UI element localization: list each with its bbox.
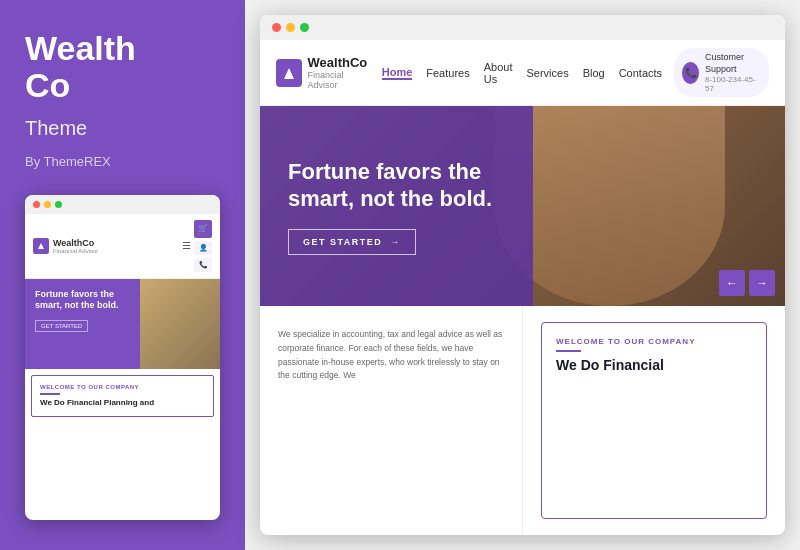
svg-marker-1	[284, 68, 294, 79]
arrow-right-icon: →	[390, 237, 401, 247]
theme-author: By ThemeREX	[25, 154, 220, 169]
big-logo-icon	[276, 59, 302, 87]
prev-arrow-button[interactable]: ←	[719, 270, 745, 296]
mini-logo-name: WealthCo	[53, 238, 98, 248]
nav-link-features[interactable]: Features	[426, 67, 469, 79]
bottom-right-box: WELCOME TO OUR COMPANY We Do Financial	[541, 322, 767, 519]
bottom-right-divider	[556, 350, 581, 352]
mini-dot-yellow	[44, 201, 51, 208]
next-arrow-button[interactable]: →	[749, 270, 775, 296]
big-hero: Fortune favors the smart, not the bold. …	[260, 106, 785, 306]
big-hero-btn-label: GET STARTED	[303, 237, 382, 247]
mini-browser-preview: WealthCo Financial Advisor ☰ 🛒 👤 📞 Fortu…	[25, 195, 220, 520]
big-nav-links: Home Features About Us Services Blog Con…	[382, 61, 662, 85]
big-logo-text-area: WealthCo Financial Advisor	[308, 55, 370, 90]
mini-logo-area: WealthCo Financial Advisor	[33, 238, 98, 254]
user-icon: 👤	[194, 241, 212, 255]
theme-subtitle: Theme	[25, 117, 220, 140]
big-nav: WealthCo Financial Advisor Home Features…	[260, 40, 785, 106]
left-panel: Wealth Co Theme By ThemeREX WealthCo Fin…	[0, 0, 245, 550]
theme-title: Wealth Co	[25, 30, 220, 105]
hamburger-icon: ☰	[182, 240, 191, 251]
big-bottom-right: WELCOME TO OUR COMPANY We Do Financial	[523, 306, 785, 535]
mini-dot-green	[55, 201, 62, 208]
right-panel: WealthCo Financial Advisor Home Features…	[245, 0, 800, 550]
mini-hero-overlay: Fortune favors the smart, not the bold. …	[25, 279, 140, 369]
big-logo-sub: Financial Advisor	[308, 70, 370, 90]
big-browser-bar	[260, 15, 785, 40]
big-hero-title: Fortune favors the smart, not the bold.	[288, 158, 505, 213]
bottom-right-heading: We Do Financial	[556, 356, 752, 374]
big-nav-support: 📞 Customer Support 8-100-234-45-57	[674, 48, 769, 97]
mini-logo-sub: Financial Advisor	[53, 248, 98, 254]
support-label: Customer Support	[705, 52, 761, 75]
big-hero-arrows: ← →	[719, 270, 775, 296]
big-bottom-section: We specialize in accounting, tax and leg…	[260, 306, 785, 535]
big-hero-cta-button[interactable]: GET STARTED →	[288, 229, 416, 255]
nav-link-about[interactable]: About Us	[484, 61, 513, 85]
mini-hero-bg-image	[140, 279, 220, 369]
mini-logo-icon	[33, 238, 49, 254]
big-logo-name: WealthCo	[308, 55, 370, 70]
mini-section-label: WELCOME TO OUR COMPANY	[40, 384, 205, 390]
phone-icon: 📞	[194, 258, 212, 272]
mini-dot-red	[33, 201, 40, 208]
mini-section-divider	[40, 393, 60, 395]
nav-link-contacts[interactable]: Contacts	[619, 67, 662, 79]
mini-logo-text-area: WealthCo Financial Advisor	[53, 238, 98, 254]
nav-link-services[interactable]: Services	[526, 67, 568, 79]
mini-hero-text: Fortune favors the smart, not the bold.	[35, 289, 130, 312]
mini-browser-bar	[25, 195, 220, 214]
svg-marker-0	[38, 243, 44, 249]
nav-link-blog[interactable]: Blog	[583, 67, 605, 79]
cart-icon: 🛒	[194, 220, 212, 238]
big-dot-red	[272, 23, 281, 32]
big-dot-green	[300, 23, 309, 32]
mini-section-title: We Do Financial Planning and	[40, 398, 205, 408]
phone-support-icon: 📞	[682, 62, 699, 84]
nav-link-home[interactable]: Home	[382, 66, 413, 80]
mini-icons-right: 🛒 👤 📞	[194, 220, 212, 272]
big-hero-overlay: Fortune favors the smart, not the bold. …	[260, 106, 533, 306]
support-phone: 8-100-234-45-57	[705, 75, 761, 93]
big-logo-area: WealthCo Financial Advisor	[276, 55, 370, 90]
big-browser: WealthCo Financial Advisor Home Features…	[260, 15, 785, 535]
big-dot-yellow	[286, 23, 295, 32]
mini-section: WELCOME TO OUR COMPANY We Do Financial P…	[31, 375, 214, 417]
bottom-left-body-text: We specialize in accounting, tax and leg…	[278, 328, 504, 382]
mini-hero-cta-button[interactable]: GET STARTED	[35, 320, 88, 332]
bottom-right-welcome-label: WELCOME TO OUR COMPANY	[556, 337, 752, 346]
big-bottom-left: We specialize in accounting, tax and leg…	[260, 306, 523, 535]
mini-hero: Fortune favors the smart, not the bold. …	[25, 279, 220, 369]
mini-nav: WealthCo Financial Advisor ☰ 🛒 👤 📞	[25, 214, 220, 279]
big-nav-support-text-area: Customer Support 8-100-234-45-57	[705, 52, 761, 93]
